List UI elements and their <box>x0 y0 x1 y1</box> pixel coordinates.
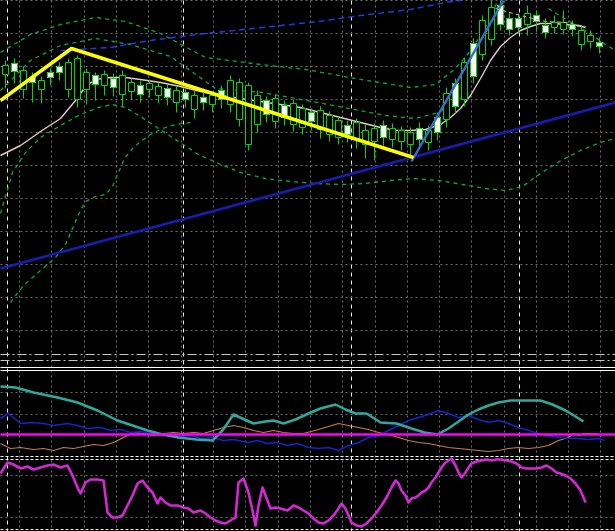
main-price-panel[interactable] <box>0 0 615 366</box>
indicator-panel-2[interactable] <box>0 459 615 531</box>
indicator-panel-1[interactable] <box>0 371 615 456</box>
trading-chart-window <box>0 0 615 531</box>
